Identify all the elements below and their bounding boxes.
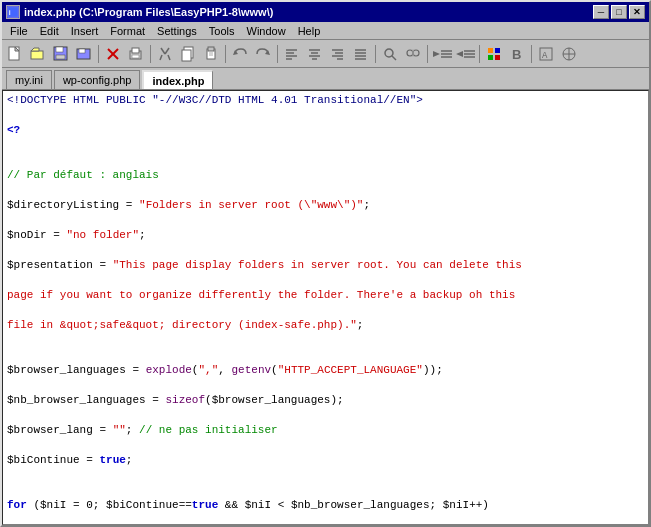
svg-rect-4 [31,51,43,59]
toolbar-separator-3 [225,45,226,63]
svg-marker-26 [233,50,238,55]
menu-insert[interactable]: Insert [65,24,105,38]
svg-rect-23 [208,47,214,51]
menu-window[interactable]: Window [241,24,292,38]
toolbar-extra1[interactable]: A [535,43,557,65]
toolbar-search[interactable] [379,43,401,65]
tab-wpconfig[interactable]: wp-config.php [54,70,141,89]
window-title: index.php (C:\Program Files\EasyPHP1-8\w… [24,6,273,18]
svg-line-45 [392,56,396,60]
svg-line-16 [161,48,165,54]
toolbar-cut[interactable] [154,43,176,65]
svg-point-47 [413,50,419,56]
svg-rect-57 [488,48,493,53]
title-controls: ─ □ ✕ [593,5,645,19]
tab-myini[interactable]: my.ini [6,70,52,89]
svg-point-46 [407,50,413,56]
toolbar-align-center[interactable] [304,43,326,65]
toolbar-separator-4 [277,45,278,63]
menu-edit[interactable]: Edit [34,24,65,38]
toolbar-bold[interactable]: B [506,43,528,65]
code-editor[interactable]: <!DOCTYPE HTML PUBLIC "-//W3C//DTD HTML … [2,90,649,525]
toolbar-separator-5 [375,45,376,63]
svg-line-19 [168,55,170,60]
app-icon: i [6,5,20,19]
toolbar-align-justify[interactable] [350,43,372,65]
svg-line-18 [160,55,162,60]
tabs-bar: my.ini wp-config.php index.php [2,68,649,90]
maximize-button[interactable]: □ [611,5,627,19]
toolbar-open[interactable] [27,43,49,65]
svg-rect-58 [495,48,500,53]
menu-settings[interactable]: Settings [151,24,203,38]
toolbar-replace[interactable] [402,43,424,65]
toolbar-separator-1 [98,45,99,63]
toolbar-separator-2 [150,45,151,63]
menu-format[interactable]: Format [104,24,151,38]
menu-file[interactable]: File [4,24,34,38]
menu-tools[interactable]: Tools [203,24,241,38]
toolbar-paste[interactable] [200,43,222,65]
svg-line-17 [165,48,169,54]
title-bar: i index.php (C:\Program Files\EasyPHP1-8… [2,2,649,22]
svg-rect-21 [182,50,191,61]
svg-rect-15 [132,55,139,58]
toolbar-extra2[interactable] [558,43,580,65]
toolbar-copy[interactable] [177,43,199,65]
svg-text:B: B [512,47,521,62]
title-bar-left: i index.php (C:\Program Files\EasyPHP1-8… [6,5,273,19]
svg-marker-53 [456,51,463,57]
toolbar-separator-7 [479,45,480,63]
svg-marker-27 [265,50,270,55]
toolbar-align-right[interactable] [327,43,349,65]
svg-rect-7 [56,47,63,52]
toolbar-undo[interactable] [229,43,251,65]
toolbar: B A [2,40,649,68]
toolbar-align-left[interactable] [281,43,303,65]
svg-text:A: A [542,51,548,61]
menu-help[interactable]: Help [292,24,327,38]
toolbar-close[interactable] [102,43,124,65]
svg-text:i: i [9,9,11,16]
svg-rect-10 [79,49,85,53]
svg-rect-59 [488,55,493,60]
toolbar-indent[interactable] [431,43,453,65]
svg-marker-49 [433,51,440,57]
toolbar-separator-6 [427,45,428,63]
svg-rect-14 [132,48,139,53]
svg-marker-5 [31,48,39,51]
toolbar-redo[interactable] [252,43,274,65]
svg-rect-60 [495,55,500,60]
tab-indexphp[interactable]: index.php [142,70,213,89]
toolbar-save-all[interactable] [73,43,95,65]
menu-bar: File Edit Insert Format Settings Tools W… [2,22,649,40]
toolbar-separator-8 [531,45,532,63]
toolbar-save[interactable] [50,43,72,65]
minimize-button[interactable]: ─ [593,5,609,19]
main-window: i index.php (C:\Program Files\EasyPHP1-8… [0,0,651,527]
toolbar-outdent[interactable] [454,43,476,65]
toolbar-color[interactable] [483,43,505,65]
close-button[interactable]: ✕ [629,5,645,19]
svg-rect-8 [56,55,65,59]
svg-point-44 [385,49,393,57]
toolbar-print[interactable] [125,43,147,65]
toolbar-new[interactable] [4,43,26,65]
